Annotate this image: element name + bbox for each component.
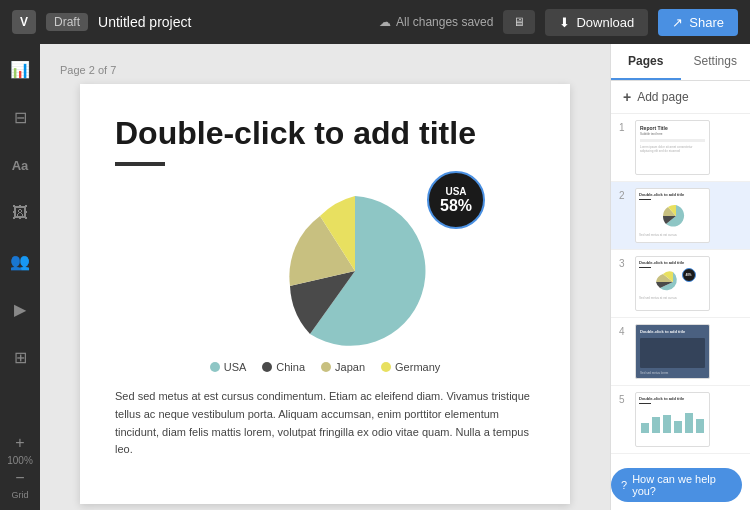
pages-list: 1 Report Title Subtitle text here Lorem …: [611, 114, 750, 510]
monitor-icon: 🖥: [513, 15, 525, 29]
sidebar-item-text[interactable]: Aa: [5, 150, 35, 180]
plus-icon: +: [623, 89, 631, 105]
page-thumb-2[interactable]: 2 Double-click to add title Sed sed metu…: [611, 182, 750, 250]
sidebar-item-users[interactable]: 👥: [5, 246, 35, 276]
body-text: Sed sed metus at est cursus condimentum.…: [115, 388, 535, 458]
saved-status: ☁ All changes saved: [379, 15, 493, 29]
thumbnail-1: Report Title Subtitle text here Lorem ip…: [635, 120, 710, 175]
zoom-out-button[interactable]: −: [15, 470, 24, 486]
page-thumb-5[interactable]: 5 Double-click to add title: [611, 386, 750, 454]
page-num-5: 5: [619, 394, 629, 405]
china-dot: [262, 362, 272, 372]
sidebar-item-home[interactable]: ⊟: [5, 102, 35, 132]
left-sidebar: 📊 ⊟ Aa 🖼 👥 ▶ ⊞ + 100% − Grid: [0, 44, 40, 510]
zoom-in-button[interactable]: +: [15, 435, 24, 451]
svg-rect-5: [696, 419, 704, 433]
germany-dot: [381, 362, 391, 372]
thumbnail-3: Double-click to add title 40% S: [635, 256, 710, 311]
monitor-button[interactable]: 🖥: [503, 10, 535, 34]
canvas-area[interactable]: Page 2 of 7 Double-click to add title US…: [40, 44, 610, 510]
japan-label: Japan: [335, 361, 365, 373]
page-num-4: 4: [619, 326, 629, 337]
chart-container: USA 58%: [115, 186, 535, 373]
tooltip-pct: 58%: [440, 197, 472, 215]
help-icon: ?: [621, 479, 627, 491]
japan-dot: [321, 362, 331, 372]
tab-pages[interactable]: Pages: [611, 44, 681, 80]
panel-tabs: Pages Settings: [611, 44, 750, 81]
thumbnail-5: Double-click to add title: [635, 392, 710, 447]
page-indicator: Page 2 of 7: [60, 64, 590, 76]
download-icon: ⬇: [559, 15, 570, 30]
legend-japan: Japan: [321, 361, 365, 373]
mini-bar-chart: [639, 407, 707, 435]
germany-label: Germany: [395, 361, 440, 373]
right-panel: Pages Settings + Add page 1 Report Title…: [610, 44, 750, 510]
pie-chart[interactable]: USA 58%: [255, 186, 455, 356]
download-button[interactable]: ⬇ Download: [545, 9, 648, 36]
sidebar-item-media[interactable]: ▶: [5, 294, 35, 324]
legend-germany: Germany: [381, 361, 440, 373]
thumbnail-4: Double-click to add title Sed sed metus …: [635, 324, 710, 379]
pie-svg: [255, 186, 455, 356]
china-label: China: [276, 361, 305, 373]
svg-rect-3: [674, 421, 682, 433]
usa-label: USA: [224, 361, 247, 373]
share-button[interactable]: ↗ Share: [658, 9, 738, 36]
svg-rect-0: [641, 423, 649, 433]
page-num-2: 2: [619, 190, 629, 201]
legend-usa: USA: [210, 361, 247, 373]
sidebar-item-images[interactable]: 🖼: [5, 198, 35, 228]
usa-tooltip: USA 58%: [427, 171, 485, 229]
page-num-1: 1: [619, 122, 629, 133]
canvas-page: Double-click to add title USA 58%: [80, 84, 570, 504]
svg-rect-2: [663, 415, 671, 433]
help-button[interactable]: ? How can we help you?: [611, 468, 742, 502]
page-title[interactable]: Double-click to add title: [115, 114, 535, 152]
grid-label: Grid: [11, 490, 28, 500]
sidebar-item-apps[interactable]: ⊞: [5, 342, 35, 372]
cloud-icon: ☁: [379, 15, 391, 29]
main-layout: 📊 ⊟ Aa 🖼 👥 ▶ ⊞ + 100% − Grid Page 2 of 7…: [0, 44, 750, 510]
legend-china: China: [262, 361, 305, 373]
page-num-3: 3: [619, 258, 629, 269]
svg-rect-4: [685, 413, 693, 433]
title-underline: [115, 162, 165, 166]
share-icon: ↗: [672, 15, 683, 30]
add-page-button[interactable]: + Add page: [611, 81, 750, 114]
thumbnail-2: Double-click to add title Sed sed metus …: [635, 188, 710, 243]
svg-rect-1: [652, 417, 660, 433]
tooltip-label: USA: [445, 186, 466, 197]
topbar: V Draft Untitled project ☁ All changes s…: [0, 0, 750, 44]
page-thumb-4[interactable]: 4 Double-click to add title Sed sed metu…: [611, 318, 750, 386]
zoom-level: 100%: [7, 455, 33, 466]
page-thumb-3[interactable]: 3 Double-click to add title 40%: [611, 250, 750, 318]
sidebar-bottom: + 100% − Grid: [7, 435, 33, 500]
app-logo: V: [12, 10, 36, 34]
tab-settings[interactable]: Settings: [681, 44, 751, 80]
usa-dot: [210, 362, 220, 372]
mini-pie: [656, 202, 696, 230]
chart-legend: USA China Japan Germany: [210, 361, 441, 373]
page-thumb-1[interactable]: 1 Report Title Subtitle text here Lorem …: [611, 114, 750, 182]
project-title[interactable]: Untitled project: [98, 14, 191, 30]
sidebar-item-analytics[interactable]: 📊: [5, 54, 35, 84]
draft-badge: Draft: [46, 13, 88, 31]
